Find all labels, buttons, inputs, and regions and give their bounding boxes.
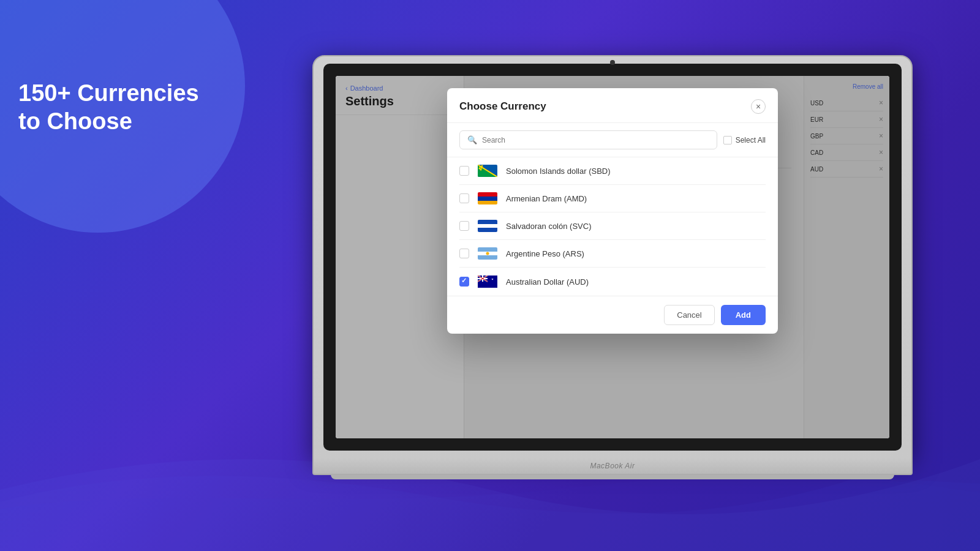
laptop-hinge bbox=[331, 474, 894, 479]
svg-rect-25 bbox=[478, 220, 497, 224]
modal-search-row: 🔍 Select All bbox=[447, 123, 778, 157]
select-all-label: Select All bbox=[736, 136, 766, 144]
svg-rect-28 bbox=[478, 247, 497, 252]
hero-text: 150+ Currencies to Choose bbox=[18, 80, 199, 135]
svg-point-31 bbox=[486, 252, 489, 255]
select-all-button[interactable]: Select All bbox=[723, 136, 766, 144]
select-all-checkbox[interactable] bbox=[723, 136, 732, 144]
currency-name-aud: Australian Dollar (AUD) bbox=[506, 277, 589, 287]
currency-checkbox-ars[interactable] bbox=[459, 249, 469, 258]
modal-header: Choose Currency × bbox=[447, 88, 778, 123]
modal-overlay: Choose Currency × 🔍 bbox=[336, 76, 889, 438]
svg-rect-27 bbox=[478, 228, 497, 232]
currency-row-ars[interactable]: Argentine Peso (ARS) bbox=[459, 240, 766, 268]
currency-name-sbd: Solomon Islands dollar (SBD) bbox=[506, 167, 611, 176]
laptop-wrapper: ‹ Dashboard Settings Choose Currenci... … bbox=[257, 31, 968, 539]
search-box: 🔍 bbox=[459, 130, 717, 149]
currency-checkbox-sbd[interactable] bbox=[459, 166, 469, 176]
currency-list: Solomon Islands dollar (SBD) bbox=[447, 157, 778, 296]
svg-rect-30 bbox=[478, 255, 497, 260]
argentina-flag bbox=[478, 247, 497, 260]
svg-rect-26 bbox=[478, 224, 497, 228]
armenia-flag bbox=[478, 192, 497, 204]
svg-rect-23 bbox=[478, 197, 497, 201]
cancel-button[interactable]: Cancel bbox=[664, 305, 714, 325]
currency-checkbox-svc[interactable] bbox=[459, 221, 469, 231]
laptop-lid: ‹ Dashboard Settings Choose Currenci... … bbox=[312, 55, 913, 459]
laptop: ‹ Dashboard Settings Choose Currenci... … bbox=[312, 55, 913, 514]
hero-line2: to Choose bbox=[18, 108, 199, 136]
svg-point-18 bbox=[481, 165, 483, 167]
svg-rect-24 bbox=[478, 201, 497, 204]
search-input[interactable] bbox=[482, 136, 709, 144]
search-icon: 🔍 bbox=[467, 135, 477, 144]
hero-line1: 150+ Currencies bbox=[18, 80, 199, 108]
modal-footer: Cancel Add bbox=[447, 296, 778, 334]
currency-row-aud[interactable]: ✓ bbox=[459, 268, 766, 296]
laptop-screen: ‹ Dashboard Settings Choose Currenci... … bbox=[336, 76, 889, 438]
currency-checkbox-amd[interactable] bbox=[459, 193, 469, 203]
svg-point-21 bbox=[480, 169, 482, 171]
currency-name-svc: Salvadoran colón (SVC) bbox=[506, 222, 591, 231]
svg-rect-22 bbox=[478, 192, 497, 197]
currency-row-sbd[interactable]: Solomon Islands dollar (SBD) bbox=[459, 157, 766, 185]
currency-name-ars: Argentine Peso (ARS) bbox=[506, 249, 584, 258]
add-button[interactable]: Add bbox=[721, 305, 766, 325]
currency-row-svc[interactable]: Salvadoran colón (SVC) bbox=[459, 212, 766, 240]
modal-close-button[interactable]: × bbox=[751, 99, 766, 114]
currency-name-amd: Armenian Dram (AMD) bbox=[506, 194, 587, 203]
modal-title: Choose Currency bbox=[459, 100, 546, 113]
laptop-brand: MacBook Air bbox=[590, 462, 635, 470]
laptop-base: MacBook Air bbox=[312, 458, 913, 475]
solomon-flag bbox=[478, 165, 497, 177]
australia-flag bbox=[478, 275, 497, 288]
svg-point-20 bbox=[481, 167, 483, 169]
webcam bbox=[610, 60, 615, 65]
currency-row-amd[interactable]: Armenian Dram (AMD) bbox=[459, 185, 766, 212]
laptop-bezel: ‹ Dashboard Settings Choose Currenci... … bbox=[323, 64, 902, 451]
choose-currency-modal: Choose Currency × 🔍 bbox=[447, 88, 778, 334]
salvador-flag bbox=[478, 220, 497, 232]
currency-checkbox-aud[interactable]: ✓ bbox=[459, 277, 469, 287]
